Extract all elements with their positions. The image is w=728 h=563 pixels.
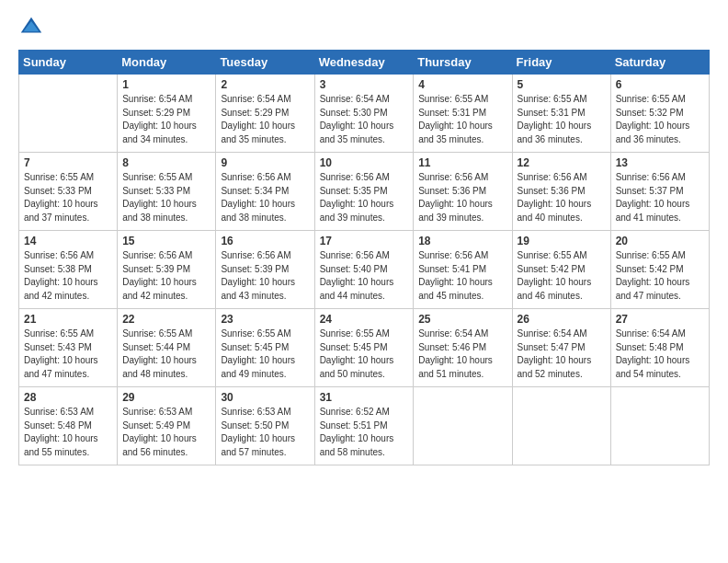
day-number: 20 bbox=[616, 235, 704, 247]
logo-icon bbox=[18, 15, 44, 40]
day-info: Sunrise: 6:56 AMSunset: 5:34 PMDaylight:… bbox=[221, 171, 309, 224]
day-number: 19 bbox=[518, 235, 606, 247]
calendar-cell: 31Sunrise: 6:52 AMSunset: 5:51 PMDayligh… bbox=[314, 387, 414, 465]
calendar-cell: 14Sunrise: 6:56 AMSunset: 5:38 PMDayligh… bbox=[19, 231, 118, 309]
calendar-cell: 21Sunrise: 6:55 AMSunset: 5:43 PMDayligh… bbox=[19, 309, 118, 387]
calendar-cell: 4Sunrise: 6:55 AMSunset: 5:31 PMDaylight… bbox=[414, 75, 512, 153]
day-info: Sunrise: 6:53 AMSunset: 5:48 PMDaylight:… bbox=[24, 406, 112, 459]
calendar-cell: 2Sunrise: 6:54 AMSunset: 5:29 PMDaylight… bbox=[216, 75, 314, 153]
col-header-wednesday: Wednesday bbox=[314, 51, 414, 75]
header bbox=[18, 15, 710, 40]
calendar-cell: 28Sunrise: 6:53 AMSunset: 5:48 PMDayligh… bbox=[19, 387, 118, 465]
calendar-cell bbox=[610, 387, 709, 465]
day-info: Sunrise: 6:54 AMSunset: 5:46 PMDaylight:… bbox=[418, 327, 506, 381]
calendar-cell: 29Sunrise: 6:53 AMSunset: 5:49 PMDayligh… bbox=[118, 387, 216, 465]
day-info: Sunrise: 6:56 AMSunset: 5:37 PMDaylight:… bbox=[616, 171, 704, 224]
day-info: Sunrise: 6:55 AMSunset: 5:43 PMDaylight:… bbox=[24, 327, 112, 381]
calendar-cell: 6Sunrise: 6:55 AMSunset: 5:32 PMDaylight… bbox=[610, 75, 709, 153]
day-number: 8 bbox=[122, 156, 210, 169]
calendar-cell bbox=[414, 387, 512, 465]
day-number: 4 bbox=[418, 78, 506, 91]
calendar-cell: 5Sunrise: 6:55 AMSunset: 5:31 PMDaylight… bbox=[512, 75, 610, 153]
col-header-thursday: Thursday bbox=[414, 51, 512, 75]
day-number: 17 bbox=[320, 235, 409, 247]
day-number: 14 bbox=[24, 235, 112, 247]
day-number: 25 bbox=[418, 313, 506, 326]
page: SundayMondayTuesdayWednesdayThursdayFrid… bbox=[0, 0, 728, 477]
calendar-cell: 30Sunrise: 6:53 AMSunset: 5:50 PMDayligh… bbox=[216, 387, 314, 465]
calendar-cell: 24Sunrise: 6:55 AMSunset: 5:45 PMDayligh… bbox=[314, 309, 414, 387]
calendar-cell: 10Sunrise: 6:56 AMSunset: 5:35 PMDayligh… bbox=[314, 153, 414, 231]
day-info: Sunrise: 6:53 AMSunset: 5:50 PMDaylight:… bbox=[221, 406, 309, 459]
col-header-tuesday: Tuesday bbox=[216, 51, 314, 75]
calendar-cell: 12Sunrise: 6:56 AMSunset: 5:36 PMDayligh… bbox=[512, 153, 610, 231]
calendar-cell bbox=[512, 387, 610, 465]
week-row-5: 28Sunrise: 6:53 AMSunset: 5:48 PMDayligh… bbox=[19, 387, 710, 465]
week-row-3: 14Sunrise: 6:56 AMSunset: 5:38 PMDayligh… bbox=[19, 231, 710, 309]
col-header-saturday: Saturday bbox=[610, 51, 709, 75]
calendar-cell: 3Sunrise: 6:54 AMSunset: 5:30 PMDaylight… bbox=[314, 75, 414, 153]
day-number: 27 bbox=[616, 313, 704, 326]
day-info: Sunrise: 6:55 AMSunset: 5:44 PMDaylight:… bbox=[122, 327, 210, 381]
day-number: 12 bbox=[518, 156, 606, 169]
week-row-2: 7Sunrise: 6:55 AMSunset: 5:33 PMDaylight… bbox=[19, 153, 710, 231]
day-number: 11 bbox=[418, 156, 506, 169]
day-number: 2 bbox=[221, 78, 309, 91]
calendar-header: SundayMondayTuesdayWednesdayThursdayFrid… bbox=[19, 51, 710, 75]
day-number: 1 bbox=[122, 78, 210, 91]
day-number: 31 bbox=[320, 391, 409, 404]
day-info: Sunrise: 6:54 AMSunset: 5:29 PMDaylight:… bbox=[122, 93, 210, 146]
day-info: Sunrise: 6:56 AMSunset: 5:35 PMDaylight:… bbox=[320, 171, 409, 224]
col-header-monday: Monday bbox=[118, 51, 216, 75]
calendar-cell: 19Sunrise: 6:55 AMSunset: 5:42 PMDayligh… bbox=[512, 231, 610, 309]
day-info: Sunrise: 6:54 AMSunset: 5:48 PMDaylight:… bbox=[616, 327, 704, 381]
day-info: Sunrise: 6:56 AMSunset: 5:41 PMDaylight:… bbox=[418, 249, 506, 303]
day-info: Sunrise: 6:56 AMSunset: 5:40 PMDaylight:… bbox=[320, 249, 409, 303]
week-row-1: 1Sunrise: 6:54 AMSunset: 5:29 PMDaylight… bbox=[19, 75, 710, 153]
day-info: Sunrise: 6:55 AMSunset: 5:42 PMDaylight:… bbox=[616, 249, 704, 303]
day-number: 16 bbox=[221, 235, 309, 247]
day-info: Sunrise: 6:56 AMSunset: 5:36 PMDaylight:… bbox=[418, 171, 506, 224]
day-number: 23 bbox=[221, 313, 309, 326]
day-info: Sunrise: 6:54 AMSunset: 5:29 PMDaylight:… bbox=[221, 93, 309, 146]
calendar-cell: 23Sunrise: 6:55 AMSunset: 5:45 PMDayligh… bbox=[216, 309, 314, 387]
calendar-table: SundayMondayTuesdayWednesdayThursdayFrid… bbox=[18, 50, 710, 465]
calendar-cell: 27Sunrise: 6:54 AMSunset: 5:48 PMDayligh… bbox=[610, 309, 709, 387]
day-info: Sunrise: 6:56 AMSunset: 5:38 PMDaylight:… bbox=[24, 249, 112, 303]
day-number: 10 bbox=[320, 156, 409, 169]
day-number: 26 bbox=[518, 313, 606, 326]
day-number: 7 bbox=[24, 156, 112, 169]
week-row-4: 21Sunrise: 6:55 AMSunset: 5:43 PMDayligh… bbox=[19, 309, 710, 387]
day-info: Sunrise: 6:54 AMSunset: 5:30 PMDaylight:… bbox=[320, 93, 409, 146]
day-info: Sunrise: 6:53 AMSunset: 5:49 PMDaylight:… bbox=[122, 406, 210, 459]
calendar-cell: 18Sunrise: 6:56 AMSunset: 5:41 PMDayligh… bbox=[414, 231, 512, 309]
day-info: Sunrise: 6:55 AMSunset: 5:33 PMDaylight:… bbox=[24, 171, 112, 224]
calendar-cell: 17Sunrise: 6:56 AMSunset: 5:40 PMDayligh… bbox=[314, 231, 414, 309]
day-info: Sunrise: 6:54 AMSunset: 5:47 PMDaylight:… bbox=[518, 327, 606, 381]
day-number: 13 bbox=[616, 156, 704, 169]
day-number: 30 bbox=[221, 391, 309, 404]
calendar-cell: 25Sunrise: 6:54 AMSunset: 5:46 PMDayligh… bbox=[414, 309, 512, 387]
day-info: Sunrise: 6:56 AMSunset: 5:39 PMDaylight:… bbox=[122, 249, 210, 303]
day-number: 15 bbox=[122, 235, 210, 247]
day-number: 3 bbox=[320, 78, 409, 91]
calendar-cell: 1Sunrise: 6:54 AMSunset: 5:29 PMDaylight… bbox=[118, 75, 216, 153]
day-info: Sunrise: 6:55 AMSunset: 5:31 PMDaylight:… bbox=[518, 93, 606, 146]
day-number: 5 bbox=[518, 78, 606, 91]
day-number: 9 bbox=[221, 156, 309, 169]
day-info: Sunrise: 6:52 AMSunset: 5:51 PMDaylight:… bbox=[320, 406, 409, 459]
day-number: 29 bbox=[122, 391, 210, 404]
col-header-sunday: Sunday bbox=[19, 51, 118, 75]
calendar-cell: 8Sunrise: 6:55 AMSunset: 5:33 PMDaylight… bbox=[118, 153, 216, 231]
day-info: Sunrise: 6:55 AMSunset: 5:31 PMDaylight:… bbox=[418, 93, 506, 146]
calendar-cell: 15Sunrise: 6:56 AMSunset: 5:39 PMDayligh… bbox=[118, 231, 216, 309]
calendar-cell: 11Sunrise: 6:56 AMSunset: 5:36 PMDayligh… bbox=[414, 153, 512, 231]
day-number: 22 bbox=[122, 313, 210, 326]
day-info: Sunrise: 6:55 AMSunset: 5:33 PMDaylight:… bbox=[122, 171, 210, 224]
day-info: Sunrise: 6:55 AMSunset: 5:45 PMDaylight:… bbox=[221, 327, 309, 381]
calendar-body: 1Sunrise: 6:54 AMSunset: 5:29 PMDaylight… bbox=[19, 75, 710, 465]
calendar-cell: 16Sunrise: 6:56 AMSunset: 5:39 PMDayligh… bbox=[216, 231, 314, 309]
day-info: Sunrise: 6:56 AMSunset: 5:36 PMDaylight:… bbox=[518, 171, 606, 224]
logo bbox=[18, 15, 48, 40]
calendar-cell: 26Sunrise: 6:54 AMSunset: 5:47 PMDayligh… bbox=[512, 309, 610, 387]
